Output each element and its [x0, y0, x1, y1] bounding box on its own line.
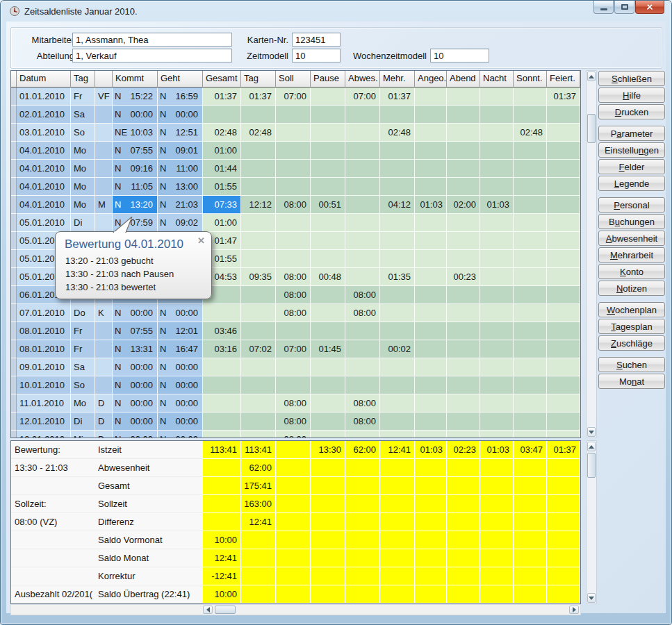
column-header-abend[interactable]: Abend	[447, 71, 480, 87]
cell-datum[interactable]: 09.01.2010	[17, 358, 71, 376]
cell-tag[interactable]	[241, 304, 276, 322]
cell-soll[interactable]	[276, 142, 311, 160]
cell-sonnt[interactable]	[514, 431, 547, 438]
row-selector[interactable]	[11, 358, 17, 376]
cell-datum[interactable]: 12.01.2010	[17, 412, 71, 431]
cell-angeo[interactable]	[415, 358, 447, 376]
summary-cell-tag[interactable]	[241, 567, 276, 585]
tooltip-close-icon[interactable]: ✕	[197, 236, 205, 245]
summary-cell-abend[interactable]	[447, 585, 480, 603]
cell-abend[interactable]	[447, 358, 480, 376]
mitarbeiter-input[interactable]	[72, 33, 232, 47]
cell-pause[interactable]	[311, 124, 345, 142]
cell-tag[interactable]: Sa	[71, 358, 95, 376]
hscrollbar[interactable]	[10, 604, 581, 615]
cell-tag[interactable]: Mo	[71, 394, 95, 412]
cell-soll[interactable]	[276, 376, 311, 394]
hscroll-thumb[interactable]	[215, 606, 236, 614]
scroll-right-button[interactable]	[569, 606, 579, 614]
summary-cell-sonnt[interactable]	[514, 459, 547, 477]
summary-cell-soll[interactable]	[276, 477, 311, 495]
cell-nacht[interactable]	[480, 431, 514, 438]
summary-cell-sonnt[interactable]: 03:47	[514, 441, 547, 459]
summary-cell-mehr[interactable]	[380, 549, 415, 567]
cell-abwes[interactable]	[345, 250, 380, 268]
summary-cell-angeo[interactable]: 01:03	[415, 441, 447, 459]
cell-angeo[interactable]	[415, 124, 447, 142]
row-selector[interactable]	[11, 412, 17, 431]
cell-gesamt[interactable]	[203, 431, 241, 438]
cell-pause[interactable]	[311, 142, 345, 160]
summary-cell-abwes[interactable]	[345, 585, 380, 603]
summary-cell-soll[interactable]	[276, 441, 311, 459]
cell-nacht[interactable]	[480, 160, 514, 178]
table-vscroll-thumb[interactable]	[587, 114, 596, 143]
cell-abwes[interactable]: 08:00	[345, 286, 380, 304]
cell-soll[interactable]: 08:00	[276, 431, 311, 438]
cell-sonnt[interactable]	[514, 160, 547, 178]
cell-feiert[interactable]	[547, 268, 580, 286]
summary-cell-soll[interactable]	[276, 585, 311, 603]
summary-cell-sonnt[interactable]	[514, 513, 547, 531]
summary-cell-feiert[interactable]	[547, 495, 580, 513]
summary-cell-pause[interactable]: 13:30	[311, 441, 345, 459]
summary-cell-angeo[interactable]	[415, 585, 447, 603]
cell-angeo[interactable]	[415, 322, 447, 340]
cell-angeo[interactable]	[415, 412, 447, 431]
summary-cell-nacht[interactable]	[480, 495, 514, 513]
cell-abend[interactable]	[447, 431, 480, 438]
cell-nacht[interactable]	[480, 340, 514, 358]
summary-cell-abend[interactable]	[447, 477, 480, 495]
summary-cell-tag[interactable]: 12:41	[241, 513, 276, 531]
cell-sonnt[interactable]	[514, 322, 547, 340]
hilfe-button[interactable]: Hilfe	[598, 88, 665, 103]
cell-nacht[interactable]	[480, 376, 514, 394]
cell-gesamt[interactable]	[203, 106, 241, 124]
cell-mehr[interactable]	[380, 214, 415, 232]
cell-soll[interactable]: 07:00	[276, 340, 311, 358]
cell-tag[interactable]	[241, 358, 276, 376]
summary-cell-pause[interactable]	[311, 585, 345, 603]
cell-nacht[interactable]	[480, 106, 514, 124]
column-header-gesamt[interactable]: Gesamt	[203, 71, 241, 87]
cell-mehr[interactable]: 01:37	[380, 88, 415, 106]
cell-pause[interactable]	[311, 178, 345, 196]
cell-sonnt[interactable]	[514, 214, 547, 232]
summary-vscroll-thumb[interactable]	[587, 453, 596, 478]
close-button[interactable]	[635, 1, 664, 14]
cell-mehr[interactable]: 04:12	[380, 196, 415, 214]
cell-angeo[interactable]	[415, 250, 447, 268]
cell-gesamt[interactable]	[203, 376, 241, 394]
cell-tag[interactable]	[241, 322, 276, 340]
cell-tag[interactable]	[241, 160, 276, 178]
cell-nacht[interactable]	[480, 142, 514, 160]
cell-gesamt[interactable]: 03:46	[203, 322, 241, 340]
cell-mehr[interactable]	[380, 250, 415, 268]
summary-cell-soll[interactable]	[276, 513, 311, 531]
cell-sonnt[interactable]	[514, 412, 547, 431]
cell-nacht[interactable]: 01:03	[480, 196, 514, 214]
cell-flag[interactable]	[95, 358, 113, 376]
cell-abwes[interactable]	[345, 178, 380, 196]
cell-gesamt[interactable]: 01:00	[203, 142, 241, 160]
cell-tag[interactable]: Mo	[71, 160, 95, 178]
cell-nacht[interactable]	[480, 394, 514, 412]
summary-cell-gesamt[interactable]	[203, 513, 241, 531]
cell-pause[interactable]: 01:45	[311, 340, 345, 358]
column-header-kommt[interactable]: Kommt	[113, 71, 158, 87]
summary-cell-abwes[interactable]	[345, 477, 380, 495]
summary-cell-angeo[interactable]	[415, 567, 447, 585]
column-header-soll[interactable]: Soll	[276, 71, 311, 87]
cell-datum[interactable]: 04.01.2010	[17, 160, 71, 178]
row-selector[interactable]	[11, 196, 17, 214]
row-selector[interactable]	[11, 250, 17, 268]
cell-feiert[interactable]	[547, 178, 580, 196]
cell-angeo[interactable]	[415, 376, 447, 394]
cell-abwes[interactable]: 08:00	[345, 412, 380, 431]
cell-tag[interactable]	[241, 376, 276, 394]
cell-kommt[interactable]: N00:00	[113, 394, 158, 412]
parameter-button[interactable]: Parameter	[598, 126, 665, 141]
column-header-mehr[interactable]: Mehr.	[380, 71, 415, 87]
summary-cell-angeo[interactable]	[415, 549, 447, 567]
cell-kommt[interactable]: N00:00	[113, 304, 158, 322]
